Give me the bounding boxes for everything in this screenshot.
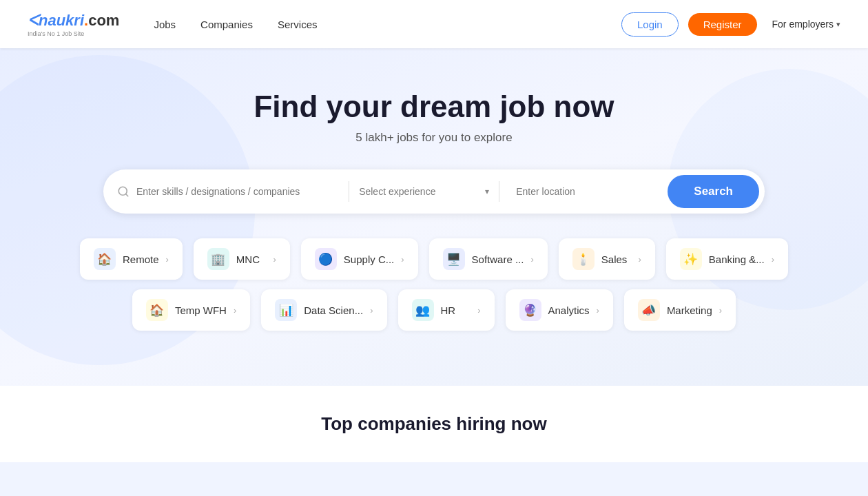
main-nav: Jobs Companies Services <box>154 19 621 30</box>
data-science-label: Data Scien... <box>304 304 363 316</box>
chip-sales[interactable]: 🕯️ Sales › <box>559 238 655 280</box>
supply-chain-label: Supply C... <box>344 254 394 265</box>
chip-remote[interactable]: 🏠 Remote › <box>80 238 183 280</box>
chip-software[interactable]: 🖥️ Software ... › <box>429 238 548 280</box>
banking-label: Banking &... <box>709 254 765 265</box>
exp-chevron-icon: ▾ <box>485 187 489 196</box>
hero-content: Find your dream job now 5 lakh+ jobs for… <box>28 90 840 331</box>
analytics-arrow-icon: › <box>597 305 599 316</box>
temp-wfh-label: Temp WFH <box>175 304 227 316</box>
chip-banking[interactable]: ✨ Banking &... › <box>666 238 788 280</box>
logo[interactable]: ᐸnaukri.com India's No 1 Job Site <box>28 12 119 37</box>
search-icon <box>117 185 130 198</box>
companies-title: Top companies hiring now <box>28 413 840 435</box>
marketing-label: Marketing <box>667 304 712 316</box>
search-bar: Select experience 0-1 years 1-3 years 3-… <box>103 169 765 214</box>
banking-arrow-icon: › <box>772 254 774 265</box>
search-skills-input[interactable] <box>136 186 339 197</box>
analytics-label: Analytics <box>548 304 590 316</box>
mnc-label: MNC <box>236 254 260 265</box>
experience-wrapper: Select experience 0-1 years 1-3 years 3-… <box>359 186 489 197</box>
hr-icon: 👥 <box>412 299 434 321</box>
temp-wfh-icon: 🏠 <box>146 299 168 321</box>
chip-data-science[interactable]: 📊 Data Scien... › <box>261 289 386 331</box>
location-input[interactable] <box>509 186 668 197</box>
header: ᐸnaukri.com India's No 1 Job Site Jobs C… <box>0 0 868 48</box>
sales-label: Sales <box>601 254 628 265</box>
search-button[interactable]: Search <box>668 175 759 208</box>
mnc-arrow-icon: › <box>273 254 276 265</box>
chip-hr[interactable]: 👥 HR › <box>398 289 495 331</box>
svg-line-1 <box>125 194 127 196</box>
analytics-icon: 🔮 <box>519 299 541 321</box>
data-science-arrow-icon: › <box>370 305 373 316</box>
register-button[interactable]: Register <box>688 13 757 36</box>
chevron-down-icon: ▾ <box>836 20 840 29</box>
remote-label: Remote <box>123 254 159 265</box>
search-divider <box>349 181 349 202</box>
marketing-icon: 📣 <box>638 299 660 321</box>
hr-arrow-icon: › <box>477 305 480 316</box>
logo-text: ᐸnaukri.com <box>28 12 119 30</box>
hr-label: HR <box>441 304 456 316</box>
for-employers-label: For employers <box>772 19 834 30</box>
data-science-icon: 📊 <box>275 299 297 321</box>
category-row-1: 🏠 Remote › 🏢 MNC › 🔵 Supply C... › 🖥️ So… <box>80 238 788 280</box>
chip-temp-wfh[interactable]: 🏠 Temp WFH › <box>132 289 250 331</box>
software-label: Software ... <box>472 254 524 265</box>
banking-icon: ✨ <box>680 248 702 270</box>
remote-icon: 🏠 <box>94 248 116 270</box>
chip-marketing[interactable]: 📣 Marketing › <box>624 289 736 331</box>
software-icon: 🖥️ <box>443 248 465 270</box>
hero-title: Find your dream job now <box>28 90 840 124</box>
remote-arrow-icon: › <box>166 254 169 265</box>
chip-analytics[interactable]: 🔮 Analytics › <box>506 289 613 331</box>
for-employers-menu[interactable]: For employers ▾ <box>772 19 840 30</box>
marketing-arrow-icon: › <box>719 305 722 316</box>
category-chips: 🏠 Remote › 🏢 MNC › 🔵 Supply C... › 🖥️ So… <box>28 238 840 331</box>
category-row-2: 🏠 Temp WFH › 📊 Data Scien... › 👥 HR › 🔮 … <box>132 289 736 331</box>
nav-jobs[interactable]: Jobs <box>154 19 176 30</box>
logo-tagline: India's No 1 Job Site <box>28 30 119 37</box>
software-arrow-icon: › <box>530 254 533 265</box>
supply-chain-arrow-icon: › <box>401 254 404 265</box>
mnc-icon: 🏢 <box>207 248 229 270</box>
nav-services[interactable]: Services <box>278 19 318 30</box>
header-actions: Login Register For employers ▾ <box>621 12 840 37</box>
chip-supply-chain[interactable]: 🔵 Supply C... › <box>301 238 418 280</box>
search-divider-2 <box>499 181 499 202</box>
sales-icon: 🕯️ <box>572 248 595 270</box>
supply-chain-icon: 🔵 <box>315 248 337 270</box>
chip-mnc[interactable]: 🏢 MNC › <box>194 238 290 280</box>
login-button[interactable]: Login <box>621 12 679 37</box>
nav-companies[interactable]: Companies <box>200 19 253 30</box>
temp-wfh-arrow-icon: › <box>234 305 236 316</box>
sales-arrow-icon: › <box>638 254 641 265</box>
hero-section: Find your dream job now 5 lakh+ jobs for… <box>0 48 868 386</box>
bottom-section: Top companies hiring now <box>0 386 868 462</box>
hero-subtitle: 5 lakh+ jobs for you to explore <box>28 131 840 145</box>
experience-select[interactable]: Select experience 0-1 years 1-3 years 3-… <box>359 186 482 197</box>
